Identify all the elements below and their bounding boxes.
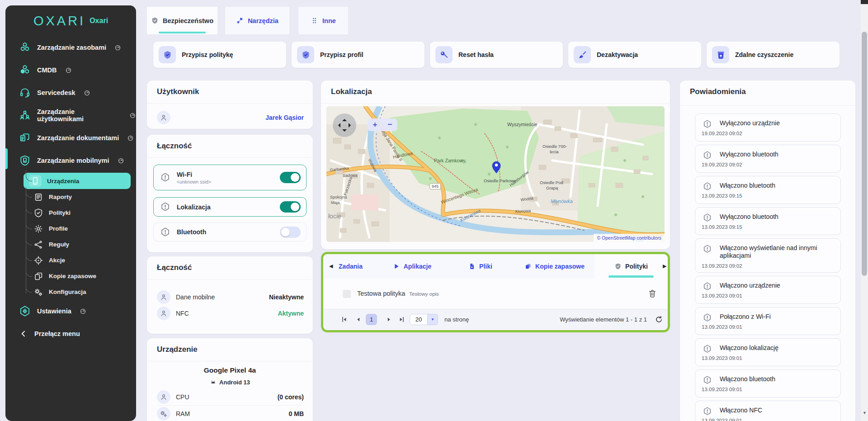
bluetooth-toggle[interactable] (280, 227, 301, 238)
gauge-icon (65, 67, 72, 74)
przypisz-polityk--button[interactable]: Przypisz politykę (153, 42, 286, 68)
hexagon-warning-icon (703, 407, 712, 416)
tab-bezpiecze-stwo[interactable]: Bezpieczeństwo (147, 7, 217, 34)
pan-left-arrow[interactable] (336, 123, 340, 128)
device-os: Android 13 (147, 379, 313, 386)
submenu-item-urz-dzenia[interactable]: Urządzenia (24, 173, 131, 189)
map-pan-control[interactable] (333, 114, 356, 137)
submenu-item-regu-y[interactable]: Reguły (5, 237, 136, 252)
page-size-select[interactable]: 20 (410, 314, 428, 325)
tabs-scroll-left-arrow[interactable]: ◀ (329, 263, 333, 269)
status-value: Aktywne (278, 310, 304, 317)
detail-tab-kopie-zapasowe[interactable]: Kopie zapasowe (514, 254, 595, 279)
toggle-sublabel: <unknown ssid> (177, 179, 211, 184)
pan-down-arrow[interactable] (342, 129, 347, 134)
previous-page-button[interactable] (354, 316, 362, 323)
connectivity-card-title: Łączność (157, 142, 192, 151)
toggle-knob (291, 203, 299, 211)
lokalizacja-toggle[interactable] (280, 201, 301, 213)
submenu-item-kopie-zapasowe[interactable]: Kopie zapasowe (5, 268, 136, 284)
zoom-in-button[interactable]: + (368, 118, 382, 131)
user-card-title: Użytkownik (157, 87, 199, 96)
scrollbar-down-arrow[interactable]: ▼ (863, 411, 867, 415)
map-label: Spokojna (330, 195, 347, 199)
submenu-item-label: Reguły (49, 241, 69, 248)
location-card: Lokalizacja (321, 80, 670, 249)
last-page-button[interactable] (398, 316, 406, 323)
pan-up-arrow[interactable] (342, 117, 347, 121)
tab-narz-dzia[interactable]: Narzędzia (225, 7, 289, 34)
user-name-link[interactable]: Jarek Gąsior (265, 114, 304, 121)
connectivity-card-header: Łączność (147, 135, 313, 158)
device-spec-list: CPU(0 cores)RAM0 MB (157, 389, 304, 421)
reset-has-a-button[interactable]: Reset hasła (430, 42, 563, 68)
toggle-label: Wi-Fi (177, 171, 211, 178)
submenu-item-akcje[interactable]: Akcje (5, 252, 136, 268)
shield-phone-icon (19, 155, 31, 166)
logo-suffix: Oxari (90, 17, 108, 25)
sidebar-item-zarz-dzanie-dokumentami[interactable]: Zarządzanie dokumentami (5, 127, 136, 149)
pagination-bar: 1 20 ▼ na stronę Wyświetlanie elementów … (323, 309, 668, 330)
gauge-icon (127, 135, 134, 142)
submenu-item-konfiguracja[interactable]: Konfiguracja (5, 284, 136, 300)
delete-row-icon[interactable] (648, 289, 657, 298)
hexagon-gear-icon (19, 305, 31, 317)
scrollbar-thumb[interactable] (862, 32, 867, 276)
notification-item: Wyłączono bluetooth13.09.2023 09:15 (695, 207, 841, 235)
notification-title: Włączono NFC (720, 407, 834, 414)
wi-fi-toggle[interactable] (280, 172, 301, 183)
sidebar-item-zarz-dzanie-mobilnymi[interactable]: Zarządzanie mobilnymi (5, 149, 136, 172)
detail-tab-label: Aplikacje (404, 263, 431, 270)
dezaktywacja-button[interactable]: Dezaktywacja (568, 42, 701, 68)
sidebar-item-servicedesk[interactable]: Servicedesk (5, 81, 136, 104)
tabs-scroll-right-arrow[interactable]: ▶ (663, 263, 666, 269)
map[interactable]: WyszymieściePark Zamkowy,HandlowaAleja J… (326, 106, 665, 242)
tools-icon (236, 17, 244, 24)
notification-item: Włączono bluetooth13.09.2023 09:01 (695, 369, 841, 397)
gears-icon (157, 407, 170, 421)
sidebar-item-zarz-dzanie-zasobami[interactable]: Zarządzanie zasobami (5, 36, 136, 59)
przypisz-profil-button[interactable]: Przypisz profil (292, 42, 425, 68)
zdalne-czyszczenie-button[interactable]: Zdalne czyszczenie (707, 42, 840, 68)
sidebar-collapse-button[interactable]: Przełącz menu (5, 322, 136, 345)
row-checkbox[interactable] (343, 290, 351, 298)
location-card-header: Lokalizacja (321, 80, 670, 104)
pan-right-arrow[interactable] (349, 123, 353, 128)
submenu-item-label: Raporty (49, 194, 72, 200)
current-page-button[interactable]: 1 (366, 314, 377, 325)
detail-tab-aplikacje[interactable]: Aplikacje (378, 254, 447, 279)
active-tab-underline (609, 275, 654, 278)
target-icon (33, 255, 43, 265)
detail-tab-pliki[interactable]: Pliki (446, 254, 515, 279)
hexagon-warning-icon (703, 151, 712, 160)
refresh-icon[interactable] (655, 315, 663, 324)
sidebar-item-cmdb[interactable]: CMDB (5, 59, 136, 81)
tab-inne[interactable]: Inne (298, 7, 348, 34)
submenu-item-polityki[interactable]: Polityki (5, 205, 136, 221)
next-page-button[interactable] (385, 316, 393, 323)
policy-table-row[interactable]: Testowa polityka Testowy opis (323, 279, 668, 310)
device-os-label: Android 13 (219, 379, 250, 386)
road-number-badge: 945 (429, 183, 441, 189)
notification-title: Wyłączono bluetooth (720, 213, 834, 221)
sidebar-menu: Zarządzanie zasobamiCMDBServicedeskZarzą… (5, 36, 136, 172)
sidebar-item-label: Zarządzanie użytkownikami (37, 108, 121, 123)
collapse-label: Przełącz menu (34, 330, 80, 337)
location-card-title: Lokalizacja (331, 87, 372, 96)
zoom-out-button[interactable]: − (382, 118, 397, 131)
notification-item: Wyłączono bluetooth19.09.2023 09:02 (695, 145, 841, 173)
map-attribution[interactable]: © OpenStreetMap contributors (594, 234, 665, 242)
first-page-button[interactable] (340, 316, 348, 323)
page-size-caret[interactable]: ▼ (428, 314, 438, 325)
toggle-labels: Bluetooth (177, 228, 206, 236)
submenu-item-raporty[interactable]: Raporty (5, 189, 136, 205)
detail-tab-polityki[interactable]: Polityki (594, 254, 668, 279)
sidebar-item-ustawienia[interactable]: Ustawienia (5, 300, 136, 322)
notification-timestamp: 13.09.2023 09:01 (702, 418, 834, 421)
status-label: NFC (176, 310, 189, 317)
quick-action-label: Przypisz profil (320, 51, 363, 58)
hexagon-warning-icon (703, 375, 712, 385)
person-icon (157, 290, 170, 304)
sidebar-item-zarz-dzanie-u-ytkownikami[interactable]: Zarządzanie użytkownikami (5, 104, 136, 127)
submenu-item-profile[interactable]: Profile (5, 221, 136, 237)
